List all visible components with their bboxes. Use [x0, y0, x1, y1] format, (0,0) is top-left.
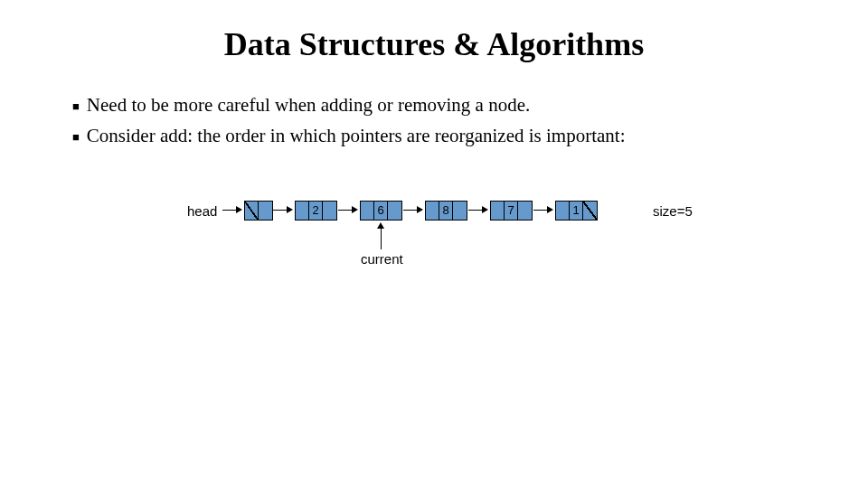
next-cell	[453, 202, 467, 220]
null-next-icon	[583, 202, 597, 220]
sentinel-node	[244, 201, 273, 221]
list-item: ■ Need to be more careful when adding or…	[72, 94, 868, 119]
bullet-text: Need to be more careful when adding or r…	[87, 94, 530, 117]
bullet-text: Consider add: the order in which pointer…	[87, 125, 626, 147]
page-title: Data Structures & Algorithms	[0, 25, 868, 63]
list-item: ■ Consider add: the order in which point…	[72, 125, 868, 150]
list-node: 7	[490, 201, 533, 221]
bullet-list: ■ Need to be more careful when adding or…	[72, 94, 868, 150]
value-cell: 8	[439, 202, 453, 220]
value-cell: 6	[374, 202, 388, 220]
prev-cell	[361, 202, 374, 220]
list-node: 6	[360, 201, 402, 221]
current-label: current	[361, 251, 403, 267]
prev-cell	[426, 202, 439, 220]
prev-cell	[491, 202, 505, 220]
value-cell: 2	[309, 202, 323, 220]
value-cell: 7	[505, 202, 518, 220]
next-cell	[323, 202, 336, 220]
size-label: size=5	[653, 203, 693, 219]
head-label: head	[187, 203, 217, 219]
list-node: 8	[425, 201, 467, 221]
null-prev-icon	[245, 202, 259, 220]
bullet-icon: ■	[72, 94, 80, 119]
list-node: 1	[555, 201, 598, 221]
pointer-cell	[259, 202, 272, 220]
bullet-icon: ■	[72, 125, 80, 150]
prev-cell	[296, 202, 309, 220]
next-cell	[518, 202, 532, 220]
list-node: 2	[295, 201, 337, 221]
next-cell	[388, 202, 401, 220]
linked-list-diagram: head 2 6 8 7 1 size=5	[0, 201, 868, 345]
value-cell: 1	[570, 202, 583, 220]
prev-cell	[556, 202, 570, 220]
